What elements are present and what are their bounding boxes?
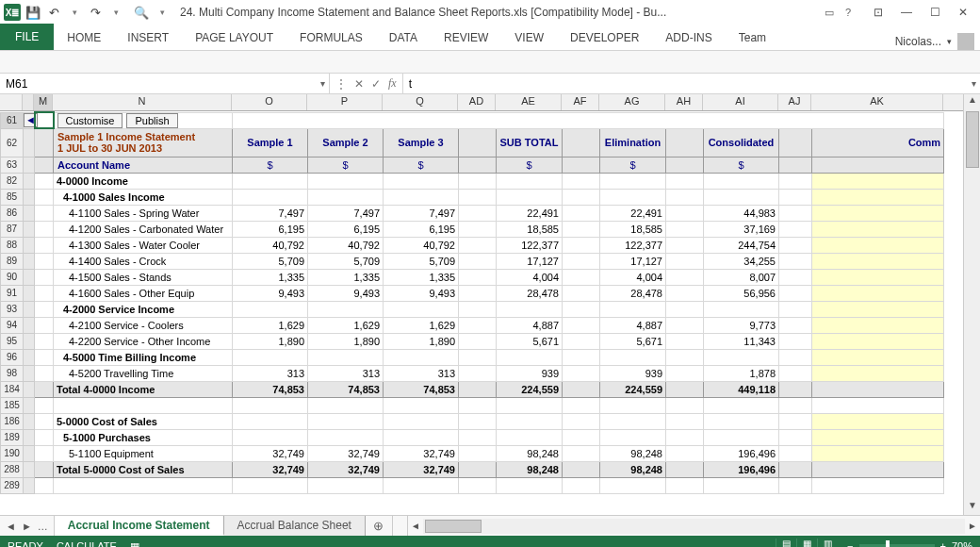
account-name[interactable]: 4-2200 Service - Other Income bbox=[54, 333, 233, 349]
scroll-down-icon[interactable]: ▼ bbox=[964, 500, 980, 515]
cell[interactable]: 196,496 bbox=[704, 445, 779, 461]
tab-formulas[interactable]: FORMULAS bbox=[286, 25, 376, 50]
cell[interactable]: 1,890 bbox=[308, 333, 384, 349]
tab-add-ins[interactable]: ADD-INS bbox=[652, 25, 725, 50]
worksheet-cells[interactable]: 61 ◄ Customise Publish 62 Sample 1 Incom… bbox=[0, 111, 944, 494]
cell[interactable]: 40,792 bbox=[233, 237, 308, 253]
account-name[interactable]: 4-1100 Sales - Spring Water bbox=[54, 205, 233, 221]
cell[interactable]: 18,585 bbox=[497, 221, 563, 237]
tab-insert[interactable]: INSERT bbox=[114, 25, 182, 50]
col-hdr-af[interactable]: AF bbox=[562, 94, 599, 110]
cell[interactable]: 8,007 bbox=[704, 269, 779, 285]
tab-home[interactable]: HOME bbox=[54, 25, 114, 50]
tab-prev-icon[interactable]: ◄ bbox=[6, 521, 16, 532]
zoom-in-icon[interactable]: + bbox=[940, 540, 946, 547]
cell[interactable]: 32,749 bbox=[233, 445, 308, 461]
name-box-dropdown-icon[interactable]: ▾ bbox=[320, 78, 325, 89]
row-hdr[interactable]: 85 bbox=[1, 189, 24, 205]
cancel-icon[interactable]: ✕ bbox=[354, 77, 364, 91]
cell[interactable]: 74,853 bbox=[308, 381, 384, 397]
account-name[interactable]: 4-5200 Travelling Time bbox=[54, 365, 233, 381]
cell[interactable]: 4,004 bbox=[600, 269, 666, 285]
total-cos-label[interactable]: Total 5-0000 Cost of Sales bbox=[54, 461, 233, 477]
cell[interactable]: 1,335 bbox=[384, 269, 459, 285]
tab-next-icon[interactable]: ► bbox=[22, 521, 32, 532]
macro-record-icon[interactable]: ▦ bbox=[130, 540, 139, 548]
cell[interactable]: 5,709 bbox=[233, 253, 308, 269]
cell[interactable]: 4,004 bbox=[497, 269, 563, 285]
cell[interactable]: 7,497 bbox=[384, 205, 459, 221]
outline-cell[interactable]: ◄ bbox=[24, 112, 35, 128]
cell[interactable]: 56,956 bbox=[704, 285, 779, 301]
qat-customize-icon[interactable]: ▾ bbox=[154, 4, 171, 21]
row-hdr[interactable]: 185 bbox=[1, 397, 24, 413]
tab-review[interactable]: REVIEW bbox=[431, 25, 501, 50]
cell[interactable]: 196,496 bbox=[704, 461, 779, 477]
row-hdr[interactable]: 186 bbox=[1, 413, 24, 429]
row-hdr[interactable]: 94 bbox=[1, 317, 24, 333]
undo-icon[interactable]: ↶ bbox=[45, 4, 62, 21]
outline-column[interactable] bbox=[23, 94, 34, 110]
zoom-value[interactable]: 70% bbox=[952, 540, 972, 547]
row-hdr[interactable]: 82 bbox=[1, 173, 24, 189]
col-hdr-ak[interactable]: AK bbox=[811, 94, 943, 110]
tab-data[interactable]: DATA bbox=[376, 25, 431, 50]
redo-dropdown-icon[interactable]: ▾ bbox=[107, 4, 124, 21]
row-hdr[interactable]: 63 bbox=[1, 157, 24, 173]
purchases-header[interactable]: 5-1000 Purchases bbox=[54, 429, 233, 445]
tab-team[interactable]: Team bbox=[726, 25, 779, 50]
cell[interactable]: 9,773 bbox=[704, 317, 779, 333]
col-hdr-aj[interactable]: AJ bbox=[778, 94, 811, 110]
cell[interactable]: 32,749 bbox=[384, 461, 459, 477]
sheet-tab-accrual-balance[interactable]: Accrual Balance Sheet bbox=[224, 516, 366, 536]
cell-m61[interactable] bbox=[35, 112, 54, 128]
cell[interactable]: 17,127 bbox=[497, 253, 563, 269]
cell[interactable]: 1,629 bbox=[384, 317, 459, 333]
cell[interactable]: 32,749 bbox=[384, 445, 459, 461]
cell[interactable]: 9,493 bbox=[384, 285, 459, 301]
cell[interactable]: 40,792 bbox=[308, 237, 384, 253]
cell[interactable]: Customise Publish bbox=[54, 112, 233, 128]
publish-button[interactable]: Publish bbox=[126, 113, 177, 128]
account-name[interactable]: 4-1600 Sales - Other Equip bbox=[54, 285, 233, 301]
cell[interactable]: 22,491 bbox=[600, 205, 666, 221]
row-hdr[interactable]: 289 bbox=[1, 477, 24, 493]
account-label[interactable]: Nicolas... ▾ bbox=[895, 33, 980, 50]
scroll-left-icon[interactable]: ◄ bbox=[408, 521, 423, 531]
row-hdr[interactable]: 91 bbox=[1, 285, 24, 301]
account-name[interactable]: 4-1200 Sales - Carbonated Water bbox=[54, 221, 233, 237]
cell[interactable]: 22,491 bbox=[497, 205, 563, 221]
account-name[interactable]: 4-1400 Sales - Crock bbox=[54, 253, 233, 269]
cell[interactable]: 4,887 bbox=[497, 317, 563, 333]
expand-icon[interactable]: ⋮ bbox=[335, 77, 347, 91]
help-icon[interactable]: ? bbox=[841, 5, 856, 20]
cell[interactable]: 122,377 bbox=[497, 237, 563, 253]
cell[interactable]: 9,493 bbox=[308, 285, 384, 301]
cell[interactable]: 1,890 bbox=[233, 333, 308, 349]
collapse-arrow-icon[interactable]: ◄ bbox=[24, 113, 38, 127]
income-header[interactable]: 4-0000 Income bbox=[54, 173, 233, 189]
formula-expand-icon[interactable]: ▾ bbox=[972, 78, 976, 89]
scroll-thumb[interactable] bbox=[966, 111, 979, 168]
cell[interactable]: 9,493 bbox=[233, 285, 308, 301]
col-hdr-m[interactable]: M bbox=[34, 94, 53, 110]
cell[interactable]: 17,127 bbox=[600, 253, 666, 269]
cell[interactable]: 98,248 bbox=[600, 445, 666, 461]
tab-more-icon[interactable]: … bbox=[38, 521, 48, 532]
maximize-icon[interactable]: ☐ bbox=[922, 3, 948, 22]
vertical-scrollbar[interactable]: ▲ ▼ bbox=[963, 94, 980, 515]
horizontal-scrollbar[interactable]: ◄ ► bbox=[407, 516, 980, 536]
row-hdr[interactable]: 190 bbox=[1, 445, 24, 461]
cell[interactable]: 98,248 bbox=[497, 445, 563, 461]
row-hdr[interactable]: 96 bbox=[1, 349, 24, 365]
cell[interactable]: 18,585 bbox=[600, 221, 666, 237]
save-icon[interactable]: 💾 bbox=[24, 4, 41, 21]
cell[interactable]: 98,248 bbox=[497, 461, 563, 477]
account-name[interactable]: 4-1300 Sales - Water Cooler bbox=[54, 237, 233, 253]
row-hdr[interactable]: 189 bbox=[1, 429, 24, 445]
cell[interactable]: 5,709 bbox=[308, 253, 384, 269]
service-header[interactable]: 4-2000 Service Income bbox=[54, 301, 233, 317]
row-hdr[interactable]: 62 bbox=[1, 128, 24, 157]
cell[interactable]: 4,887 bbox=[600, 317, 666, 333]
cell[interactable]: 6,195 bbox=[308, 221, 384, 237]
